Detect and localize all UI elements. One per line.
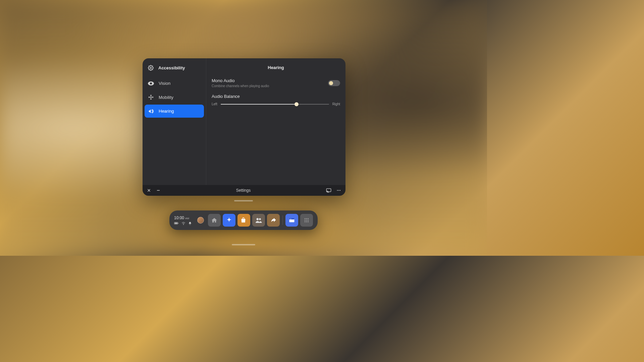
svg-point-9 <box>337 190 338 191</box>
svg-rect-13 <box>175 223 177 224</box>
svg-rect-14 <box>178 223 178 224</box>
toggle-knob <box>329 81 333 85</box>
svg-point-24 <box>308 218 309 219</box>
sidebar-title: Accessibility <box>158 65 185 70</box>
dock-app-home[interactable] <box>208 214 221 227</box>
audio-balance-label: Audio Balance <box>212 94 340 99</box>
svg-point-21 <box>291 219 291 219</box>
dock-time-row: 10:00 AM <box>174 216 192 220</box>
cast-icon[interactable] <box>326 188 331 193</box>
svg-point-16 <box>257 218 259 220</box>
sidebar-header[interactable]: Accessibility <box>145 61 204 77</box>
sidebar-item-hearing[interactable]: Hearing <box>145 105 204 118</box>
svg-point-10 <box>338 190 339 191</box>
svg-point-26 <box>306 220 307 221</box>
svg-point-28 <box>305 221 306 222</box>
dock-app-grid[interactable] <box>300 214 313 227</box>
volume-icon <box>148 109 154 114</box>
minimize-button[interactable] <box>156 188 161 193</box>
svg-point-30 <box>308 221 309 222</box>
svg-point-11 <box>340 190 340 191</box>
sidebar-item-label: Vision <box>159 81 170 86</box>
svg-point-25 <box>305 220 306 221</box>
dock-separator <box>282 216 283 225</box>
gear-icon <box>148 65 154 71</box>
wifi-icon <box>181 222 185 225</box>
balance-right-label: Right <box>332 102 340 106</box>
battery-icon <box>174 222 179 225</box>
audio-balance-setting: Audio Balance Left Right <box>212 94 340 106</box>
mono-audio-text: Mono Audio Combine channels when playing… <box>212 78 269 88</box>
content-title: Hearing <box>212 65 340 70</box>
dock-app-share[interactable] <box>267 214 280 227</box>
audio-balance-slider[interactable] <box>221 104 329 105</box>
settings-window: Accessibility Vision Mobility <box>143 58 345 196</box>
more-icon[interactable] <box>336 188 341 193</box>
dock-status-icons <box>174 222 192 225</box>
dock-app-people[interactable] <box>252 214 265 227</box>
move-icon <box>148 95 154 100</box>
svg-point-2 <box>150 82 152 84</box>
dock-ampm: AM <box>185 217 189 220</box>
footer-title: Settings <box>165 188 321 193</box>
dock-app-browser[interactable] <box>285 214 298 227</box>
audio-balance-row: Left Right <box>212 102 340 106</box>
balance-left-label: Left <box>212 102 217 106</box>
footer-right <box>326 188 341 193</box>
svg-point-29 <box>306 221 307 222</box>
sidebar-item-mobility[interactable]: Mobility <box>145 90 204 104</box>
window-drag-handle[interactable] <box>234 200 253 201</box>
sidebar-item-label: Mobility <box>159 95 173 100</box>
sidebar-item-vision[interactable]: Vision <box>145 77 204 90</box>
svg-point-20 <box>290 219 291 219</box>
mono-audio-label: Mono Audio <box>212 78 269 83</box>
bell-icon <box>188 222 192 225</box>
dock-drag-handle[interactable] <box>232 244 255 245</box>
dock-apps <box>208 214 313 227</box>
svg-point-17 <box>259 218 261 220</box>
dock: 10:00 AM <box>169 210 318 230</box>
svg-point-22 <box>305 218 306 219</box>
svg-point-27 <box>308 220 309 221</box>
mono-audio-setting: Mono Audio Combine channels when playing… <box>212 78 340 88</box>
dock-status[interactable]: 10:00 AM <box>174 216 193 225</box>
dock-app-store[interactable] <box>237 214 250 227</box>
content-pane: Hearing Mono Audio Combine channels when… <box>206 58 345 185</box>
svg-point-0 <box>150 67 151 68</box>
sidebar: Accessibility Vision Mobility <box>143 58 206 185</box>
dock-time: 10:00 <box>174 216 184 220</box>
svg-point-15 <box>183 225 184 225</box>
svg-rect-8 <box>326 189 331 192</box>
mono-audio-toggle[interactable] <box>328 80 340 86</box>
close-button[interactable] <box>147 188 151 193</box>
window-body: Accessibility Vision Mobility <box>143 58 345 185</box>
slider-fill <box>221 104 297 105</box>
user-avatar[interactable] <box>197 217 204 224</box>
window-footer: Settings <box>143 185 345 196</box>
slider-handle[interactable] <box>294 102 299 106</box>
eye-icon <box>148 81 154 85</box>
dock-app-explore[interactable] <box>223 214 235 227</box>
mono-audio-sublabel: Combine channels when playing audio <box>212 84 269 88</box>
sidebar-item-label: Hearing <box>159 109 174 114</box>
svg-point-23 <box>306 218 307 219</box>
